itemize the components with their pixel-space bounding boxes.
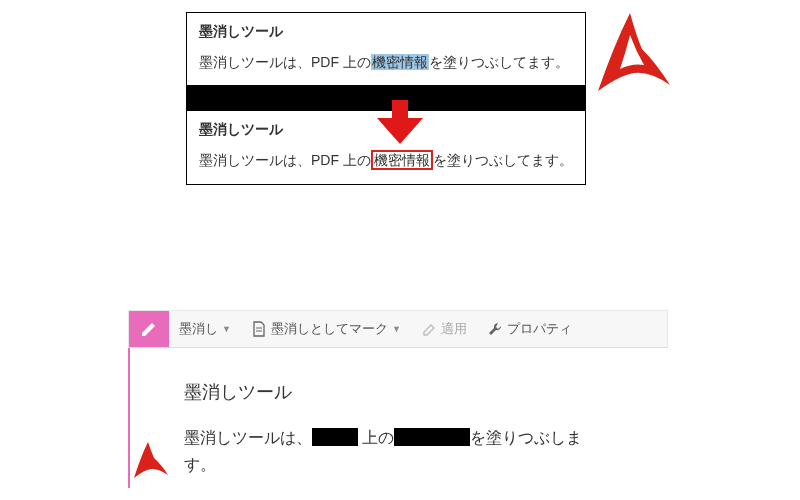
after-pane: 墨消しツール 墨消しツールは、PDF 上の機密情報を塗りつぶしてます。 [187, 111, 585, 183]
doc-title: 墨消しツール [187, 13, 585, 43]
properties-label: プロパティ [507, 320, 572, 338]
adobe-acrobat-icon [570, 5, 690, 128]
redact-tool-button[interactable] [129, 311, 169, 347]
text-part: 上の [362, 429, 394, 446]
redacted-block [312, 428, 358, 446]
redact-dropdown[interactable]: 墨消し ▼ [169, 311, 241, 347]
redacted-block [394, 428, 470, 446]
text-after: を塗りつぶしてます。 [433, 152, 573, 168]
apply-button[interactable]: 適用 [411, 311, 477, 347]
text-part: 墨消しツールは、 [184, 429, 312, 446]
text-after: を塗りつぶしてます。 [429, 54, 569, 70]
mark-dropdown[interactable]: 墨消しとしてマーク ▼ [241, 311, 411, 347]
divider-bar [187, 85, 585, 111]
marked-text: 機密情報 [371, 150, 433, 170]
text-before: 墨消しツールは、PDF 上の [199, 54, 371, 70]
doc-body: 墨消しツールは、PDF 上の機密情報を塗りつぶしてます。 [187, 43, 585, 85]
mark-label: 墨消しとしてマーク [271, 320, 388, 338]
doc-body: 墨消しツールは、 上のを塗りつぶします。 [184, 424, 614, 478]
eraser-icon [421, 321, 437, 337]
comparison-panel: 墨消しツール 墨消しツールは、PDF 上の機密情報を塗りつぶしてます。 墨消しツ… [186, 12, 586, 185]
doc-body: 墨消しツールは、PDF 上の機密情報を塗りつぶしてます。 [187, 141, 585, 183]
redacted-document: 墨消しツール 墨消しツールは、 上のを塗りつぶします。 [128, 348, 668, 488]
chevron-down-icon: ▼ [222, 324, 231, 334]
properties-button[interactable]: プロパティ [477, 311, 582, 347]
doc-title: 墨消しツール [187, 111, 585, 141]
apply-label: 適用 [441, 320, 467, 338]
before-pane: 墨消しツール 墨消しツールは、PDF 上の機密情報を塗りつぶしてます。 [187, 13, 585, 85]
document-icon [251, 321, 267, 337]
redact-label: 墨消し [179, 320, 218, 338]
highlighted-text: 機密情報 [371, 54, 429, 70]
text-before: 墨消しツールは、PDF 上の [199, 152, 371, 168]
doc-title: 墨消しツール [184, 380, 614, 404]
redaction-toolbar: 墨消し ▼ 墨消しとしてマーク ▼ 適用 プロパティ [128, 310, 668, 348]
wrench-icon [487, 321, 503, 337]
chevron-down-icon: ▼ [392, 324, 401, 334]
